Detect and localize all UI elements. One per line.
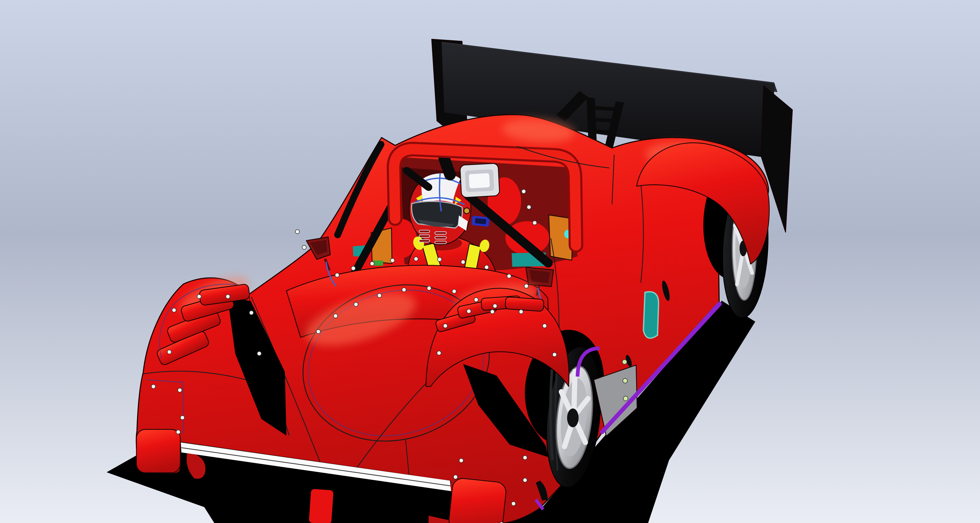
- rivet: [354, 302, 358, 306]
- side-window-teal[interactable]: [643, 292, 659, 338]
- visor-pivot: [464, 208, 469, 214]
- rivet: [427, 286, 431, 290]
- rivet: [390, 258, 395, 263]
- rivet: [151, 384, 156, 389]
- rivet: [377, 293, 382, 298]
- rivet: [623, 378, 627, 383]
- rivet: [226, 295, 230, 299]
- air-intake-box[interactable]: [460, 163, 500, 198]
- rivet: [302, 245, 306, 249]
- rivet: [552, 352, 557, 357]
- rivet: [523, 478, 527, 482]
- brace-hoop-strap: [444, 158, 450, 175]
- rivet: [437, 351, 441, 355]
- rivet: [533, 221, 537, 225]
- rivet: [523, 456, 527, 460]
- rivet: [316, 330, 320, 334]
- cad-viewport[interactable]: Shaded 3D CAD render of a red open-cockp…: [0, 0, 980, 523]
- rivet: [507, 274, 511, 278]
- mirror-glass-right: [530, 270, 550, 283]
- rivet: [172, 308, 176, 312]
- rivet: [474, 298, 478, 302]
- rivet: [452, 289, 456, 293]
- rivet: [178, 388, 182, 392]
- rivet: [490, 309, 495, 314]
- rivet: [370, 262, 374, 266]
- rivet: [414, 257, 418, 261]
- intake-inner: [469, 173, 490, 188]
- rivet: [402, 288, 406, 292]
- rivet: [485, 265, 489, 269]
- rivet: [524, 284, 528, 288]
- rivet: [511, 502, 515, 506]
- corner-pod-left: [137, 429, 180, 473]
- rivet: [622, 360, 627, 364]
- rivet: [249, 311, 253, 315]
- rivet: [438, 257, 442, 262]
- rivet: [522, 189, 526, 193]
- rivet: [623, 396, 628, 401]
- rivet: [443, 324, 447, 328]
- rivet: [459, 458, 463, 462]
- rivet: [197, 295, 201, 299]
- rivet: [257, 351, 261, 356]
- rivet: [180, 416, 185, 420]
- harness-buckle[interactable]: [471, 216, 490, 227]
- corner-pod-right: [448, 477, 507, 523]
- rivet: [467, 309, 471, 313]
- rivet: [453, 475, 458, 479]
- rivet: [295, 230, 299, 234]
- rivet: [334, 314, 338, 318]
- rivet: [493, 304, 497, 308]
- mouth-red-pillar: [309, 489, 334, 523]
- rivet: [351, 266, 355, 270]
- rivet: [519, 309, 523, 314]
- rivet: [461, 260, 465, 264]
- rivet: [542, 324, 547, 328]
- dash-green-sliver: [374, 260, 383, 266]
- rivet: [176, 430, 180, 434]
- front-hub: [567, 408, 579, 427]
- rivet: [167, 350, 172, 354]
- rivet: [335, 273, 339, 277]
- rivet: [527, 205, 531, 209]
